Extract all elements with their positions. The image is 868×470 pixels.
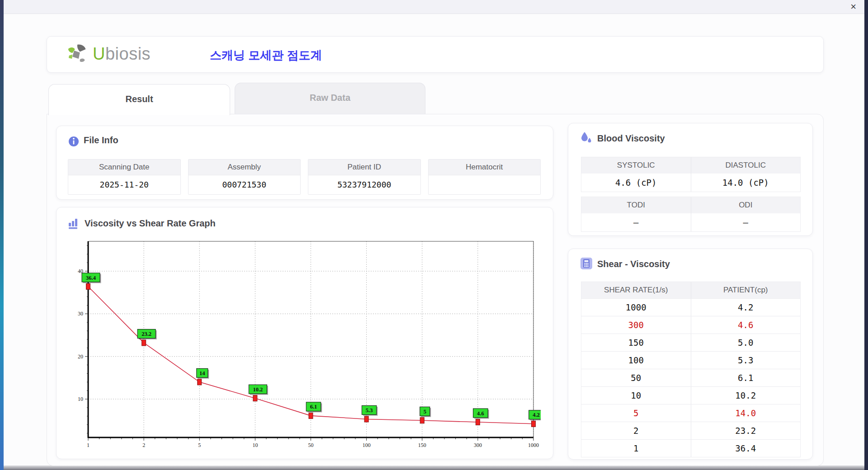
shear-header-cell: PATIENT(cp) — [691, 282, 801, 298]
tab-raw-data[interactable]: Raw Data — [235, 83, 425, 114]
patient-cp-cell: 23.2 — [691, 422, 801, 439]
patient-cp-cell: 5.0 — [691, 334, 801, 351]
data-point-label: 5.3 — [366, 407, 373, 414]
shear-rate-cell: 100 — [581, 352, 691, 369]
systolic-diastolic-table: SYSTOLICDIASTOLIC4.6 (cP)14.0 (cP) — [581, 157, 801, 192]
table-row: 223.2 — [581, 422, 800, 440]
data-point-label: 10.2 — [253, 386, 263, 393]
data-point-marker — [142, 340, 146, 346]
shear-rate-cell: 10 — [581, 387, 691, 404]
calculator-icon — [580, 257, 593, 270]
patient-cp-cell: 5.3 — [691, 352, 801, 369]
bar-chart-icon — [68, 217, 80, 229]
file-info-fields: Scanning Date2025-11-20Assembly000721530… — [68, 159, 541, 195]
x-tick-label: 1 — [87, 442, 90, 448]
bv-row: 4.6 (cP)14.0 (cP) — [581, 174, 800, 192]
data-point-label: 23.2 — [142, 331, 151, 337]
data-point-marker — [309, 413, 313, 418]
table-row: 1005.3 — [581, 352, 800, 369]
desktop-background-strip-right — [864, 0, 868, 470]
shear-viscosity-table: SHEAR RATE(1/s)PATIENT(cp)10004.23004.61… — [581, 282, 801, 457]
shear-viscosity-title: Shear - Viscosity — [597, 259, 670, 269]
file-info-value: 53237912000 — [308, 175, 420, 194]
y-tick-label: 10 — [78, 396, 83, 402]
bv-value-cell: 4.6 (cP) — [581, 174, 691, 192]
file-info-title: File Info — [84, 135, 118, 146]
file-info-label: Patient ID — [308, 160, 420, 175]
data-point-marker — [476, 419, 480, 425]
blood-viscosity-card: Blood Viscosity SYSTOLICDIASTOLIC4.6 (cP… — [568, 123, 813, 236]
x-tick-label: 50 — [308, 442, 314, 448]
bv-header-cell: SYSTOLIC — [581, 157, 691, 174]
x-tick-label: 5 — [198, 442, 201, 448]
bv-value-cell: 14.0 (cP) — [691, 174, 801, 192]
info-icon — [68, 136, 79, 147]
window-bottom-edge — [4, 465, 864, 470]
bv-header-cell: DIASTOLIC — [691, 157, 801, 174]
data-point-label: 6.1 — [310, 404, 317, 410]
patient-cp-cell: 10.2 — [691, 387, 801, 404]
shear-rate-cell: 2 — [581, 422, 691, 439]
patient-cp-cell: 6.1 — [691, 369, 801, 386]
blood-viscosity-title: Blood Viscosity — [597, 133, 665, 144]
shear-rate-cell: 50 — [581, 369, 691, 386]
bv-row: TODIODI — [581, 197, 800, 213]
table-row: 506.1 — [581, 369, 800, 387]
data-point-label: 4.6 — [477, 410, 484, 417]
close-icon[interactable]: × — [850, 1, 856, 13]
shear-viscosity-card: Shear - Viscosity SHEAR RATE(1/s)PATIENT… — [568, 249, 813, 460]
shear-rate-cell: 1 — [581, 440, 691, 457]
file-info-field: Patient ID53237912000 — [308, 159, 421, 195]
table-row: 514.0 — [581, 404, 800, 422]
x-tick-label: 100 — [363, 442, 371, 448]
patient-cp-cell: 36.4 — [691, 440, 801, 457]
data-point-marker — [420, 418, 424, 423]
file-info-field: Hematocrit — [428, 159, 541, 195]
patient-cp-cell: 14.0 — [691, 404, 801, 422]
file-info-field: Scanning Date2025-11-20 — [68, 159, 181, 195]
x-tick-label: 300 — [474, 442, 482, 448]
file-info-value: 2025-11-20 — [68, 175, 180, 194]
bv-header-cell: TODI — [581, 197, 691, 213]
file-info-label: Hematocrit — [429, 160, 541, 175]
tab-result[interactable]: Result — [48, 84, 230, 115]
bv-value-cell: – — [691, 213, 801, 231]
shear-rate-cell: 150 — [581, 334, 691, 351]
ubiosis-leaf-icon — [67, 44, 89, 64]
data-point-marker — [198, 379, 202, 385]
data-point-label: 36.4 — [86, 275, 96, 281]
x-tick-label: 2 — [142, 442, 145, 448]
y-tick-label: 30 — [78, 310, 83, 317]
x-tick-label: 1000 — [528, 442, 539, 448]
brand-logo: Ubiosis — [67, 44, 151, 64]
x-tick-label: 10 — [252, 442, 258, 448]
table-row: 10004.2 — [581, 299, 800, 316]
shear-rate-cell: 1000 — [581, 299, 691, 316]
file-info-field: Assembly000721530 — [188, 159, 301, 195]
file-info-label: Scanning Date — [68, 160, 180, 175]
file-info-value: 000721530 — [189, 175, 301, 194]
y-tick-label: 20 — [78, 353, 83, 360]
file-info-label: Assembly — [189, 160, 301, 175]
shear-header-row: SHEAR RATE(1/s)PATIENT(cp) — [581, 282, 800, 299]
data-point-marker — [532, 421, 536, 427]
viscosity-shear-chart: 102030401251050100150300100036.423.21410… — [68, 237, 541, 453]
patient-cp-cell: 4.2 — [691, 299, 801, 316]
bv-value-cell: – — [581, 213, 691, 231]
blood-droplets-icon — [580, 132, 593, 144]
data-point-marker — [364, 416, 368, 422]
todi-odi-table: TODIODI–– — [581, 197, 801, 232]
data-point-marker — [253, 395, 257, 401]
data-point-label: 4.2 — [533, 412, 540, 418]
table-row: 1505.0 — [581, 334, 800, 352]
shear-rate-cell: 5 — [581, 404, 691, 422]
header-card: Ubiosis 스캐닝 모세관 점도계 — [47, 36, 824, 73]
shear-rate-cell: 300 — [581, 316, 691, 334]
desktop-background-strip — [0, 0, 4, 470]
window-titlebar: × — [4, 0, 864, 14]
table-row: 1010.2 — [581, 387, 800, 404]
x-tick-label: 150 — [418, 442, 426, 448]
data-point-label: 5 — [424, 409, 426, 415]
patient-cp-cell: 4.6 — [691, 316, 801, 334]
table-row: 136.4 — [581, 440, 800, 457]
